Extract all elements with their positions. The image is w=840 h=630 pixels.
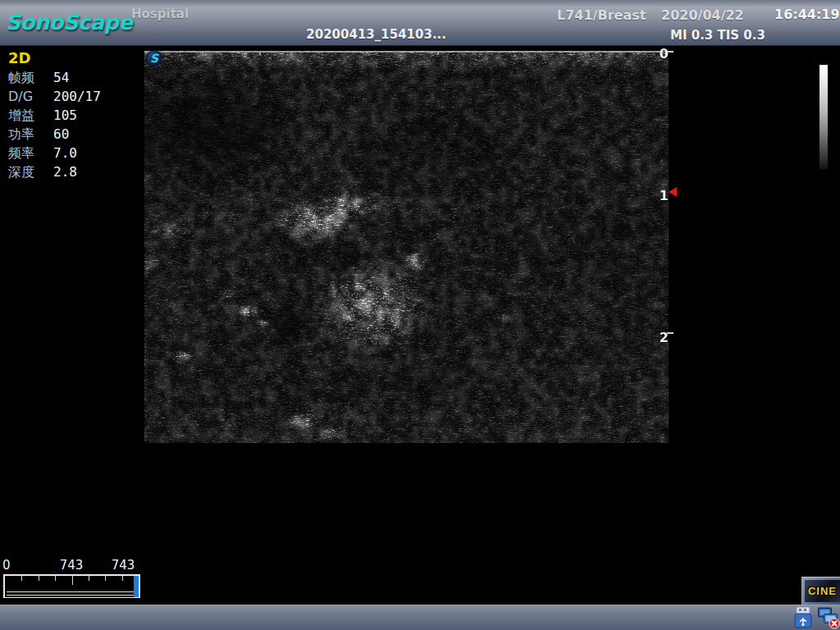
mode-2d-label: 2D (8, 49, 30, 66)
param-label: 功率 (8, 126, 34, 144)
depth-mark-0: 0 (655, 46, 669, 62)
cine-button-label: CINE (808, 585, 837, 597)
top-status-bar: SonoScape Hospital 20200413_154103... L7… (0, 0, 840, 46)
orientation-marker-icon: S (146, 50, 162, 66)
width-tick-mark (437, 51, 439, 55)
param-label: D/G (8, 89, 33, 104)
sonoscape-logo: SonoScape (6, 11, 133, 34)
cine-total-frames: 743 (112, 558, 135, 573)
system-time: 16:44:19 (774, 7, 840, 22)
param-row-frequency: 频率 7.0 (8, 145, 139, 163)
taskbar (0, 605, 840, 630)
cine-position-indicator[interactable] (134, 576, 139, 597)
orientation-marker-letter: S (150, 52, 158, 65)
cine-tick (55, 576, 56, 581)
cine-start-frame: 0 (2, 558, 11, 573)
exam-file-name: 20200413_154103... (305, 27, 446, 42)
grayscale-map-bar (819, 65, 828, 169)
system-tray (793, 606, 838, 629)
lower-gap (0, 598, 840, 605)
usb-device-icon[interactable] (793, 606, 815, 629)
cine-tick (21, 576, 22, 581)
cine-tick (39, 576, 39, 581)
ultrasound-system-screen: SonoScape Hospital 20200413_154103... L7… (0, 0, 840, 630)
ultrasound-bmode-image[interactable] (144, 51, 669, 443)
cine-tick (72, 576, 73, 585)
param-value: 54 (53, 70, 69, 85)
param-row-dynamic-range: D/G 200/17 (8, 89, 139, 107)
depth-tick-2 (667, 332, 673, 334)
cine-tick (105, 576, 106, 581)
depth-mark-1: 1 (655, 188, 669, 203)
cine-button-screen: CINE (805, 580, 840, 602)
focus-marker-icon (669, 187, 677, 197)
cine-tick (122, 576, 123, 581)
cine-track (7, 591, 137, 596)
cine-frame-labels: 0 743 743 (0, 558, 164, 573)
param-value: 2.8 (53, 164, 77, 180)
cine-current-frame: 743 (60, 558, 84, 573)
param-value: 60 (53, 126, 69, 142)
cine-tick (89, 576, 89, 581)
param-row-frame-rate: 帧频 54 (8, 70, 139, 88)
hospital-name: Hospital (131, 7, 189, 21)
network-disconnected-icon[interactable] (817, 606, 838, 629)
depth-tick-0 (667, 51, 673, 52)
cine-scrubber-bar[interactable] (3, 574, 140, 599)
param-value: 105 (53, 107, 77, 123)
param-value: 7.0 (53, 145, 77, 161)
param-label: 深度 (8, 164, 34, 181)
param-row-gain: 增益 105 (8, 107, 139, 126)
acoustic-output-mi-tis: MI 0.3 TIS 0.3 (670, 28, 765, 43)
ultrasound-canvas (144, 51, 669, 443)
param-row-power: 功率 60 (8, 126, 139, 144)
param-label: 帧频 (8, 70, 34, 87)
cine-button[interactable]: CINE (801, 577, 840, 605)
param-row-depth: 深度 2.8 (8, 164, 139, 182)
width-tick-mark (259, 51, 261, 55)
param-label: 增益 (8, 107, 34, 125)
probe-preset: L741/Breast (557, 7, 646, 23)
system-date: 2020/04/22 (661, 7, 744, 23)
param-label: 频率 (8, 145, 34, 162)
param-value: 200/17 (53, 89, 101, 104)
